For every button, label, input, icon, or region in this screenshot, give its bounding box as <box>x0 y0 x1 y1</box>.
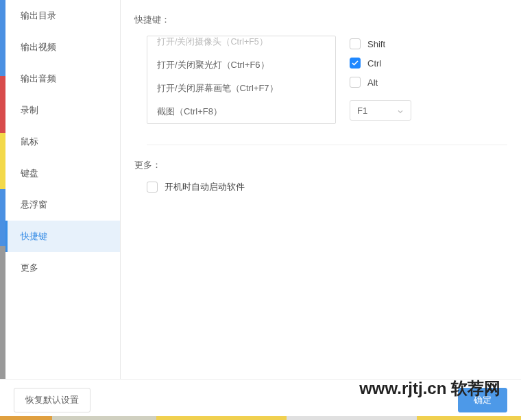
more-section: 更多： 开机时自动启动软件 <box>134 159 507 193</box>
autostart-label: 开机时自动启动软件 <box>165 181 245 193</box>
sidebar-item-more[interactable]: 更多 <box>5 252 120 284</box>
window-edge-decoration <box>0 0 5 379</box>
sidebar-item-floating-window[interactable]: 悬浮窗 <box>5 189 120 221</box>
modifier-column: Shift Ctrl Alt F1 <box>350 36 411 121</box>
sidebar-item-output-video[interactable]: 输出视频 <box>5 32 120 63</box>
list-item[interactable]: 打开/关闭聚光灯（Ctrl+F6） <box>147 53 335 77</box>
shift-checkbox-row[interactable]: Shift <box>350 38 411 49</box>
sidebar-item-keyboard[interactable]: 键盘 <box>5 158 120 189</box>
settings-sidebar: 输出目录 输出视频 输出音频 录制 鼠标 键盘 悬浮窗 快捷键 更多 <box>5 0 121 379</box>
shift-checkbox[interactable] <box>350 38 361 49</box>
sidebar-item-record[interactable]: 录制 <box>5 95 120 126</box>
bottom-edge-decoration <box>0 416 521 420</box>
sidebar-item-output-audio[interactable]: 输出音频 <box>5 63 120 95</box>
shortcut-section-label: 快捷键： <box>134 14 507 26</box>
chevron-down-icon <box>397 107 404 114</box>
alt-checkbox-row[interactable]: Alt <box>350 77 411 88</box>
autostart-checkbox[interactable] <box>147 182 158 193</box>
list-item[interactable]: 截图（Ctrl+F8） <box>147 100 335 123</box>
restore-defaults-button[interactable]: 恢复默认设置 <box>14 388 90 412</box>
key-select-value: F1 <box>357 106 367 116</box>
list-item[interactable]: 打开/关闭屏幕画笔（Ctrl+F7） <box>147 77 335 100</box>
shortcut-config-row: 打开/关闭摄像头（Ctrl+F5） 打开/关闭聚光灯（Ctrl+F6） 打开/关… <box>147 36 507 145</box>
sidebar-item-output-dir[interactable]: 输出目录 <box>5 0 120 32</box>
autostart-checkbox-row[interactable]: 开机时自动启动软件 <box>147 181 507 193</box>
sidebar-item-shortcuts[interactable]: 快捷键 <box>5 221 120 252</box>
ctrl-checkbox-row[interactable]: Ctrl <box>350 58 411 69</box>
sidebar-item-mouse[interactable]: 鼠标 <box>5 126 120 158</box>
shift-label: Shift <box>367 39 385 49</box>
alt-label: Alt <box>367 77 378 88</box>
ctrl-checkbox[interactable] <box>350 58 361 69</box>
shortcut-action-list[interactable]: 打开/关闭摄像头（Ctrl+F5） 打开/关闭聚光灯（Ctrl+F6） 打开/关… <box>147 36 336 124</box>
alt-checkbox[interactable] <box>350 77 361 88</box>
key-select-dropdown[interactable]: F1 <box>350 100 411 121</box>
list-item[interactable]: 打开/关闭摄像头（Ctrl+F5） <box>147 36 335 53</box>
main-panel: 快捷键： 打开/关闭摄像头（Ctrl+F5） 打开/关闭聚光灯（Ctrl+F6）… <box>121 0 521 379</box>
ok-button[interactable]: 确定 <box>458 388 507 412</box>
ctrl-label: Ctrl <box>367 58 381 69</box>
more-section-label: 更多： <box>134 159 507 171</box>
footer-bar: 恢复默认设置 确定 <box>0 379 521 420</box>
